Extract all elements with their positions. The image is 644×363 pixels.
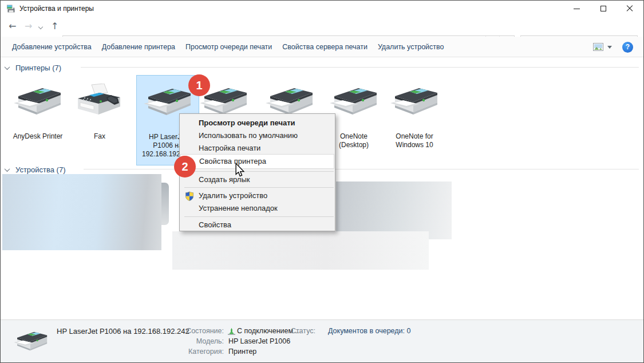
- menu-item-set-default[interactable]: Использовать по умолчанию: [180, 129, 334, 142]
- recent-pages-chevron-icon[interactable]: [38, 25, 43, 29]
- help-button[interactable]: ?: [622, 42, 633, 53]
- details-model-value: HP LaserJet P1006: [228, 337, 290, 345]
- view-options-button[interactable]: [593, 43, 612, 51]
- printer-label: Fax: [68, 132, 131, 141]
- printer-tile-anydesk[interactable]: AnyDesk Printer: [6, 75, 69, 165]
- toolbar-add-printer[interactable]: Добавление принтера: [102, 43, 175, 51]
- menu-item-view-print-queue[interactable]: Просмотр очереди печати: [180, 117, 334, 129]
- printer-tile-fax[interactable]: Fax: [68, 75, 131, 165]
- devices-group-header[interactable]: Устройства (7): [5, 164, 66, 175]
- menu-item-label: Удалить устройство: [199, 191, 267, 200]
- connection-status-icon: [228, 328, 235, 336]
- devices-and-printers-window: Устройства и принтеры ← → ↑ › Панель упр…: [0, 0, 644, 363]
- maximize-button[interactable]: [590, 1, 617, 17]
- devices-and-printers-app-icon: [6, 4, 15, 13]
- printer-label: OneNote for Windows 10: [383, 132, 446, 149]
- minimize-button[interactable]: [563, 1, 590, 17]
- printers-group-title: Принтеры (7): [15, 64, 61, 72]
- menu-separator: [184, 171, 334, 172]
- step-badge-1: 1: [188, 74, 210, 96]
- printers-group-header[interactable]: Принтеры (7): [5, 62, 61, 73]
- printer-icon: [389, 84, 440, 119]
- printer-label-line: Windows 10: [383, 141, 446, 149]
- group-divider: [84, 169, 639, 169]
- mouse-cursor: [235, 163, 245, 177]
- details-queue-count: Документов в очереди: 0: [328, 327, 410, 335]
- toolbar-view-print-queue[interactable]: Просмотр очереди печати: [185, 43, 272, 51]
- uac-shield-icon: [185, 191, 194, 202]
- details-model-label: Модель:: [176, 337, 224, 345]
- title-bar: Устройства и принтеры: [1, 1, 643, 17]
- close-button[interactable]: [617, 1, 643, 17]
- menu-separator: [184, 216, 334, 217]
- menu-item-printing-preferences[interactable]: Настройка печати: [180, 142, 334, 155]
- content-area: Принтеры (7) AnyDesk Printer Fax HP Lase…: [1, 57, 643, 319]
- details-status-label: Статус:: [275, 327, 315, 335]
- minimize-icon: [574, 9, 580, 9]
- blurred-device-region: [172, 231, 429, 270]
- chevron-down-icon: [5, 166, 10, 172]
- details-state-label: Состояние:: [176, 327, 224, 335]
- details-category-label: Категория:: [176, 348, 224, 356]
- printer-tile-onenote-win10[interactable]: OneNote for Windows 10: [383, 75, 446, 165]
- toolbar-right-group: ?: [593, 37, 633, 57]
- printer-icon: [13, 328, 49, 354]
- group-divider: [81, 67, 639, 68]
- maximize-icon: [600, 6, 606, 11]
- up-arrow-icon[interactable]: ↑: [51, 21, 58, 31]
- details-category-value: Принтер: [228, 348, 256, 356]
- details-pane: HP LaserJet P1006 на 192.168.192.242 Сос…: [1, 319, 643, 363]
- navigation-bar: ← → ↑ › Панель управления › Оборудование…: [1, 17, 643, 37]
- menu-item-troubleshoot[interactable]: Устранение неполадок: [180, 202, 334, 215]
- blurred-device-region: [2, 174, 161, 250]
- menu-item-create-shortcut[interactable]: Создать ярлык: [180, 173, 334, 186]
- chevron-down-icon: [607, 46, 612, 49]
- toolbar-add-device[interactable]: Добавление устройства: [12, 43, 92, 51]
- chevron-down-icon: [5, 64, 10, 70]
- printer-context-menu: Просмотр очереди печати Использовать по …: [179, 113, 335, 231]
- window-title: Устройства и принтеры: [19, 5, 94, 13]
- menu-separator: [184, 187, 334, 188]
- details-printer-name: HP LaserJet P1006 на 192.168.192.242: [57, 327, 189, 336]
- printer-icon: [13, 84, 63, 119]
- menu-item-properties[interactable]: Свойства: [180, 219, 334, 231]
- toolbar-remove-device[interactable]: Удалить устройство: [378, 43, 444, 51]
- fax-icon: [74, 84, 125, 119]
- step-badge-2: 2: [174, 156, 196, 177]
- back-arrow-icon[interactable]: ←: [9, 21, 16, 31]
- view-options-icon: [593, 43, 603, 51]
- printer-label-line: OneNote for: [383, 132, 446, 141]
- command-toolbar: Добавление устройства Добавление принтер…: [1, 37, 643, 57]
- printer-icon: [329, 84, 379, 119]
- devices-group-title: Устройства (7): [15, 165, 66, 174]
- blurred-device-region: [336, 182, 452, 239]
- menu-item-remove-device[interactable]: Удалить устройство: [180, 190, 334, 202]
- toolbar-print-server-properties[interactable]: Свойства сервера печати: [282, 43, 368, 51]
- close-icon: [626, 5, 633, 12]
- printer-label: AnyDesk Printer: [6, 132, 69, 141]
- blurred-device-region: [161, 183, 169, 225]
- menu-item-printer-properties[interactable]: Свойства принтера: [180, 154, 334, 169]
- forward-arrow-icon[interactable]: →: [25, 21, 32, 31]
